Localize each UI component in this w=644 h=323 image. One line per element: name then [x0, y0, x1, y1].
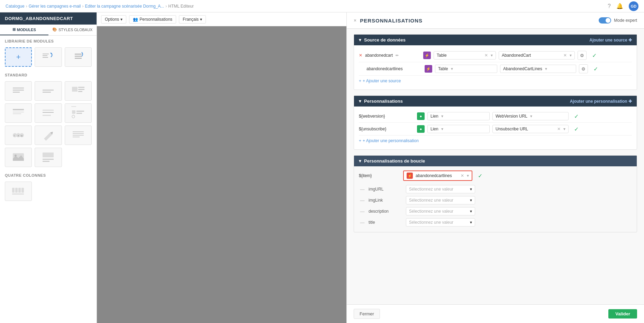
- boucle-header[interactable]: ▾ Personnalisations de boucle: [354, 156, 637, 166]
- personnalisations-header[interactable]: ▾ Personnalisations Ajouter une personna…: [354, 96, 637, 107]
- langue-button[interactable]: Français ▾: [179, 15, 206, 24]
- perso-2-label: ${unsubscribe}: [359, 127, 414, 131]
- boucle-imgurl-select[interactable]: Sélectionnez une valeur ▾: [406, 185, 475, 193]
- fermer-button[interactable]: Fermer: [354, 309, 380, 319]
- chevron-icon-perso: ▾: [359, 99, 361, 104]
- source-title: Source de données: [364, 37, 406, 43]
- boucle-imglink-select[interactable]: Sélectionnez une valeur ▾: [406, 196, 475, 204]
- svg-rect-8: [13, 92, 20, 93]
- boucle-item-icon: ⚡: [407, 173, 413, 179]
- module-list[interactable]: [65, 126, 92, 145]
- module-refresh-list[interactable]: [65, 47, 92, 67]
- module-social[interactable]: f ✕ in: [5, 126, 32, 145]
- source-1-value-select[interactable]: AbandonedCart ✕ ▾: [499, 51, 575, 59]
- boucle-title: Personnalisations de boucle: [364, 158, 425, 164]
- tab-modules[interactable]: ⊞ MODULES: [0, 25, 48, 35]
- preview-canvas: [97, 26, 346, 323]
- chevron-subfield-1-icon: ▾: [470, 198, 472, 203]
- source-2-type-select[interactable]: Table ▾: [435, 65, 497, 73]
- options-button[interactable]: Options ▾: [101, 15, 126, 24]
- source-section: ▾ Source de données Ajouter une source ✚…: [354, 34, 637, 90]
- source-2-value-select[interactable]: AbandonedCartLines ▾: [500, 65, 576, 73]
- boucle-sub-row-1: — imgURL Sélectionnez une valeur ▾: [359, 184, 632, 195]
- chevron-perso-1-icon: ▾: [530, 114, 532, 119]
- boucle-section: ▾ Personnalisations de boucle ${item} ⚡ …: [354, 155, 637, 232]
- svg-rect-20: [43, 115, 51, 116]
- source-1-type-select[interactable]: Table ✕ ▾: [434, 51, 496, 59]
- add-perso-link[interactable]: Ajouter une personnalisation ✚: [570, 99, 632, 104]
- svg-rect-7: [13, 90, 24, 91]
- module-text-wide[interactable]: [5, 103, 32, 123]
- perso-1-label: ${webversion}: [359, 114, 414, 119]
- module-divider[interactable]: [35, 103, 62, 123]
- panel-close-button[interactable]: ×: [354, 18, 356, 23]
- source-1-label: abandonedcart ✏: [365, 53, 420, 58]
- gear-source-1-button[interactable]: ⚙: [578, 51, 587, 60]
- preview-area: Options ▾ 👥 Personnalisations Français ▾: [97, 12, 346, 323]
- personnalisations-content: ${webversion} ● Lien ▾ WebVersion URL ▾ …: [354, 107, 637, 149]
- valider-button[interactable]: Valider: [608, 309, 637, 319]
- standard-grid: f ✕ in: [0, 79, 97, 170]
- source-row-2: abandonedcartlines ⚡ Table ▾ AbandonedCa…: [359, 62, 632, 76]
- source-header[interactable]: ▾ Source de données Ajouter une source ✚: [354, 35, 637, 45]
- tab-styles[interactable]: 🎨 STYLES GLOBAUX: [48, 25, 97, 35]
- avatar[interactable]: GD: [629, 1, 638, 11]
- breadcrumb-campagnes[interactable]: Gérer les campagnes e-mail: [29, 4, 81, 9]
- remove-source-1-icon[interactable]: ✕: [359, 53, 362, 58]
- svg-rect-12: [78, 87, 84, 88]
- boucle-subfield-title: title: [369, 220, 403, 225]
- chevron-subfield-3-icon: ▾: [470, 220, 472, 225]
- personnalisations-title: Personnalisations: [364, 99, 403, 104]
- add-source-button[interactable]: + + Ajouter une source: [359, 76, 632, 86]
- svg-rect-44: [21, 188, 24, 193]
- svg-rect-13: [78, 89, 84, 90]
- check-perso-2-icon: ✓: [574, 126, 579, 132]
- source-content: ✕ abandonedcart ✏ ⚡ Table ✕ ▾ Abandoned: [354, 45, 637, 90]
- module-text-line[interactable]: [35, 81, 62, 101]
- clear-source-1-icon[interactable]: ✕: [563, 53, 567, 58]
- source-1-icon: ⚡: [423, 52, 431, 59]
- edit-source-1-icon[interactable]: ✏: [396, 53, 399, 58]
- module-four-col[interactable]: [5, 182, 32, 201]
- notification-icon[interactable]: 🔔: [616, 3, 623, 9]
- module-text-block[interactable]: [5, 81, 32, 101]
- svg-rect-2: [43, 57, 48, 58]
- module-pencil[interactable]: [35, 126, 62, 145]
- check-boucle-icon: ✓: [478, 173, 482, 179]
- add-source-link[interactable]: Ajouter une source ✚: [589, 38, 632, 43]
- personnalisations-button[interactable]: 👥 Personnalisations: [129, 15, 176, 24]
- svg-rect-38: [43, 153, 54, 157]
- help-icon[interactable]: ?: [608, 3, 611, 9]
- clear-type-1-icon[interactable]: ✕: [484, 53, 488, 58]
- clear-perso-2-icon[interactable]: ✕: [557, 127, 561, 131]
- svg-rect-6: [13, 87, 24, 89]
- perso-2-type-select[interactable]: Lien ▾: [427, 125, 490, 133]
- gear-source-2-button[interactable]: ⚙: [579, 64, 588, 73]
- module-image-bottom[interactable]: [35, 148, 62, 167]
- section-librairie-label: LIBRAIRIE DE MODULES: [0, 36, 97, 45]
- clear-boucle-item-icon[interactable]: ✕: [461, 173, 464, 178]
- add-perso-button[interactable]: + + Ajouter une personnalisation: [359, 136, 632, 146]
- svg-text:in: in: [21, 135, 23, 137]
- breadcrumb-catalogue[interactable]: Catalogue: [6, 4, 25, 9]
- module-text-icon[interactable]: [65, 103, 92, 123]
- perso-row-2: ${unsubscribe} ● Lien ▾ Unsubscribe URL …: [359, 123, 632, 136]
- perso-1-type-select[interactable]: Lien ▾: [427, 112, 490, 120]
- boucle-item-select[interactable]: ⚡ abandonedcartlines ✕ ▾: [403, 170, 472, 181]
- svg-rect-9: [43, 90, 54, 91]
- boucle-title-select[interactable]: Sélectionnez une valeur ▾: [406, 218, 475, 227]
- chevron-perso-type-1-icon: ▾: [441, 114, 443, 119]
- boucle-description-select[interactable]: Sélectionnez une valeur ▾: [406, 207, 475, 215]
- module-image-text[interactable]: [65, 81, 92, 101]
- perso-1-value-select[interactable]: WebVersion URL ▾: [492, 112, 569, 120]
- toggle-switch[interactable]: [599, 17, 611, 24]
- svg-rect-4: [75, 56, 82, 57]
- perso-2-value-select[interactable]: Unsubscribe URL ✕ ▾: [492, 125, 569, 133]
- breadcrumb-editer[interactable]: Editer la campagne scénarisée Dormg_A...: [85, 4, 164, 9]
- expert-mode-toggle[interactable]: Mode expert: [599, 17, 637, 24]
- panel-body: ▾ Source de données Ajouter une source ✚…: [347, 29, 644, 304]
- add-module-button[interactable]: +: [5, 47, 32, 67]
- module-image[interactable]: [5, 148, 32, 167]
- svg-rect-18: [43, 112, 54, 113]
- module-refresh-text[interactable]: [35, 47, 62, 67]
